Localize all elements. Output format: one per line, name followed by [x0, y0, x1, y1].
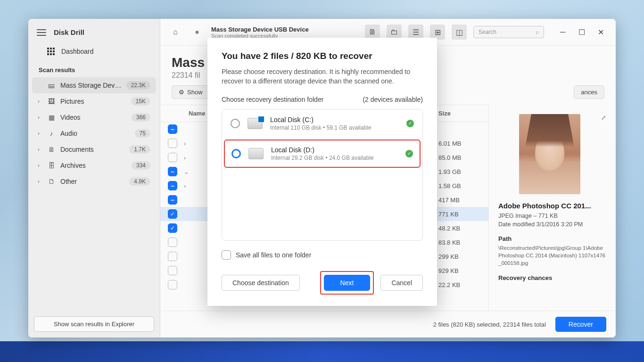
dest-sub: Internal 29.2 GB disk • 24.0 GB availabl…: [271, 155, 398, 161]
dest-sub: Internal 110 GB disk • 59.1 GB available: [270, 124, 399, 131]
devices-count: (2 devices available): [363, 96, 423, 103]
choose-destination-button[interactable]: Choose destination: [222, 275, 300, 291]
next-highlight: Next: [320, 271, 374, 295]
next-button[interactable]: Next: [324, 275, 371, 291]
check-icon: ✓: [405, 150, 413, 157]
disk-icon: [248, 148, 264, 159]
app-window: Disk Drill Dashboard Scan results 🖴Mass …: [28, 19, 616, 337]
modal-title: You have 2 files / 820 KB to recover: [222, 51, 423, 61]
destination-modal: You have 2 files / 820 KB to recover Ple…: [207, 38, 437, 306]
save-all-label: Save all files to one folder: [236, 251, 311, 259]
modal-buttons: Choose destination Next Cancel: [222, 271, 423, 295]
dest-name: Local Disk (C:): [270, 116, 399, 123]
destination-list: Local Disk (C:)Internal 110 GB disk • 59…: [222, 109, 423, 241]
modal-overlay: You have 2 files / 820 KB to recover Ple…: [28, 19, 616, 337]
desktop-taskbar: [0, 341, 644, 362]
cancel-button[interactable]: Cancel: [380, 275, 423, 291]
radio-button[interactable]: [231, 119, 240, 128]
check-icon: ✓: [406, 120, 414, 127]
disk-icon: [248, 118, 263, 129]
dest-info: Local Disk (D:)Internal 29.2 GB disk • 2…: [271, 146, 398, 161]
modal-description: Please choose recovery destination. It i…: [222, 67, 423, 86]
dest-info: Local Disk (C:)Internal 110 GB disk • 59…: [270, 116, 399, 131]
dest-name: Local Disk (D:): [271, 146, 398, 154]
save-all-row[interactable]: Save all files to one folder: [222, 250, 423, 260]
destination-item[interactable]: Local Disk (D:)Internal 29.2 GB disk • 2…: [224, 140, 421, 168]
dest-label: Choose recovery destination folder: [222, 96, 323, 103]
destination-item[interactable]: Local Disk (C:)Internal 110 GB disk • 59…: [222, 109, 422, 138]
dest-header: Choose recovery destination folder (2 de…: [222, 96, 423, 103]
save-all-checkbox[interactable]: [222, 250, 231, 260]
radio-button[interactable]: [231, 149, 241, 158]
